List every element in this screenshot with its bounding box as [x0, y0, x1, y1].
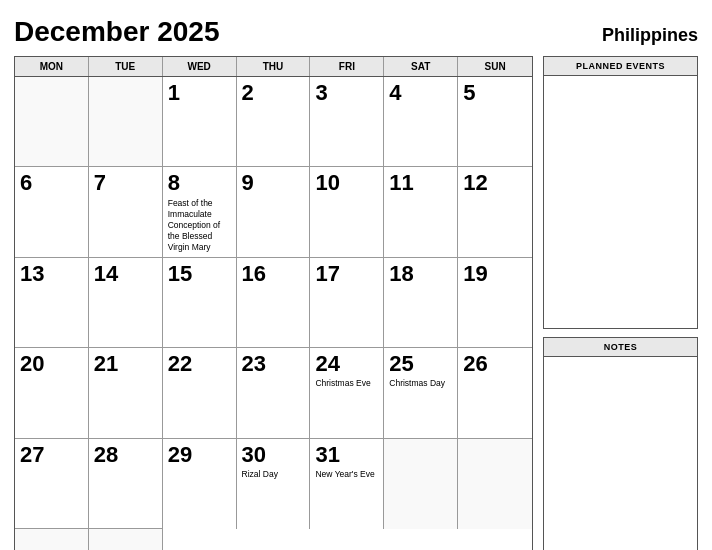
cell-day-number: 29 [168, 443, 231, 467]
cell-day-number: 22 [168, 352, 231, 376]
calendar-cell [458, 439, 532, 529]
planned-events-content [544, 76, 697, 328]
planned-events-box: PLANNED EVENTS [543, 56, 698, 329]
cell-day-number: 8 [168, 171, 231, 195]
side-section: PLANNED EVENTS NOTES [543, 56, 698, 550]
cell-day-number: 20 [20, 352, 83, 376]
calendar-cell: 26 [458, 348, 532, 438]
calendar-cell: 24Christmas Eve [310, 348, 384, 438]
cell-day-number: 12 [463, 171, 527, 195]
cell-event-label: Christmas Eve [315, 378, 378, 389]
calendar-cell: 14 [89, 258, 163, 348]
cell-day-number: 3 [315, 81, 378, 105]
calendar-cell: 28 [89, 439, 163, 529]
cell-day-number: 9 [242, 171, 305, 195]
cell-day-number: 31 [315, 443, 378, 467]
country-label: Philippines [602, 25, 698, 46]
cell-day-number: 11 [389, 171, 452, 195]
cell-day-number: 17 [315, 262, 378, 286]
day-header-tue: TUE [89, 57, 163, 76]
cell-day-number: 14 [94, 262, 157, 286]
calendar-cell: 30Rizal Day [237, 439, 311, 529]
calendar-cell: 29 [163, 439, 237, 529]
cell-event-label: New Year's Eve [315, 469, 378, 480]
calendar-cell [89, 77, 163, 167]
calendar-cell [15, 77, 89, 167]
cell-day-number: 4 [389, 81, 452, 105]
day-header-mon: MON [15, 57, 89, 76]
calendar-cell: 11 [384, 167, 458, 257]
calendar-cell: 20 [15, 348, 89, 438]
calendar-cell: 5 [458, 77, 532, 167]
calendar-cell: 2 [237, 77, 311, 167]
calendar-cell: 12 [458, 167, 532, 257]
cell-day-number: 6 [20, 171, 83, 195]
calendar-grid: 12345678Feast of the Immaculate Concepti… [15, 77, 532, 550]
cell-day-number: 23 [242, 352, 305, 376]
calendar-cell: 9 [237, 167, 311, 257]
calendar-cell: 8Feast of the Immaculate Conception of t… [163, 167, 237, 257]
notes-box: NOTES [543, 337, 698, 550]
page: December 2025 Philippines MONTUEWEDTHUFR… [0, 0, 712, 550]
cell-day-number: 18 [389, 262, 452, 286]
cell-day-number: 16 [242, 262, 305, 286]
calendar-cell: 25Christmas Day [384, 348, 458, 438]
calendar-cell: 31New Year's Eve [310, 439, 384, 529]
cell-day-number: 27 [20, 443, 83, 467]
calendar-cell: 10 [310, 167, 384, 257]
calendar-cell [384, 439, 458, 529]
calendar-cell: 22 [163, 348, 237, 438]
calendar-cell: 3 [310, 77, 384, 167]
cell-day-number: 24 [315, 352, 378, 376]
day-header-thu: THU [237, 57, 311, 76]
calendar: MONTUEWEDTHUFRISATSUN 12345678Feast of t… [14, 56, 533, 550]
cell-day-number: 15 [168, 262, 231, 286]
cell-day-number: 7 [94, 171, 157, 195]
calendar-cell: 27 [15, 439, 89, 529]
cell-day-number: 21 [94, 352, 157, 376]
cell-day-number: 19 [463, 262, 527, 286]
calendar-cell: 23 [237, 348, 311, 438]
main-area: MONTUEWEDTHUFRISATSUN 12345678Feast of t… [14, 56, 698, 550]
day-header-fri: FRI [310, 57, 384, 76]
calendar-cell: 15 [163, 258, 237, 348]
calendar-cell: 17 [310, 258, 384, 348]
calendar-cell: 13 [15, 258, 89, 348]
notes-content [544, 357, 697, 550]
cell-day-number: 26 [463, 352, 527, 376]
cell-day-number: 2 [242, 81, 305, 105]
calendar-cell: 16 [237, 258, 311, 348]
cell-day-number: 13 [20, 262, 83, 286]
cell-event-label: Feast of the Immaculate Conception of th… [168, 198, 231, 253]
calendar-cell: 21 [89, 348, 163, 438]
notes-header: NOTES [544, 338, 697, 357]
cell-day-number: 28 [94, 443, 157, 467]
calendar-cell: 4 [384, 77, 458, 167]
page-title: December 2025 [14, 16, 219, 48]
cell-day-number: 30 [242, 443, 305, 467]
calendar-cell: 1 [163, 77, 237, 167]
planned-events-header: PLANNED EVENTS [544, 57, 697, 76]
cell-event-label: Christmas Day [389, 378, 452, 389]
cell-day-number: 1 [168, 81, 231, 105]
cell-day-number: 5 [463, 81, 527, 105]
calendar-cell [89, 529, 163, 550]
cell-day-number: 25 [389, 352, 452, 376]
day-headers-row: MONTUEWEDTHUFRISATSUN [15, 57, 532, 77]
day-header-sun: SUN [458, 57, 532, 76]
calendar-cell [15, 529, 89, 550]
calendar-cell: 18 [384, 258, 458, 348]
calendar-cell: 19 [458, 258, 532, 348]
cell-event-label: Rizal Day [242, 469, 305, 480]
cell-day-number: 10 [315, 171, 378, 195]
calendar-cell: 7 [89, 167, 163, 257]
day-header-wed: WED [163, 57, 237, 76]
day-header-sat: SAT [384, 57, 458, 76]
header: December 2025 Philippines [14, 16, 698, 48]
calendar-cell: 6 [15, 167, 89, 257]
